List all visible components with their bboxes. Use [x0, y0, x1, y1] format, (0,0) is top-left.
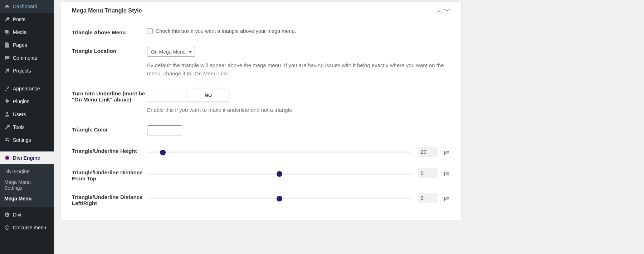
slider-height[interactable]: [147, 151, 411, 153]
row-dist-top: Triangle/Underline Distance From Top px: [72, 168, 450, 181]
input-height-value[interactable]: [418, 147, 438, 157]
sidebar-item-posts[interactable]: Posts: [0, 13, 54, 26]
divi-engine-icon: [4, 154, 11, 161]
sidebar-item-users[interactable]: Users: [0, 108, 54, 121]
sidebar-item-label: Comments: [13, 55, 37, 61]
plug-icon: [4, 98, 11, 105]
settings-panel: Mega Menu Triangle Style ︿ ﹀ Triangle Ab…: [61, 1, 462, 221]
select-value: On Mega Menu: [151, 49, 186, 55]
comment-icon: [4, 54, 11, 61]
gauge-icon: [4, 3, 11, 10]
svg-point-0: [6, 112, 8, 114]
panel-title: Mega Menu Triangle Style: [72, 8, 142, 14]
input-dist-lr-value[interactable]: [418, 193, 438, 203]
panel-header: Mega Menu Triangle Style ︿ ﹀: [72, 2, 450, 19]
label-dist-lr: Triangle/Underline Distance Left/Right: [72, 193, 147, 206]
page-icon: [4, 41, 11, 49]
sidebar-item-label: Divi: [13, 212, 21, 218]
chevron-down-icon[interactable]: ﹀: [444, 8, 450, 14]
sidebar-item-label: Tools: [13, 124, 25, 130]
toggle-underline: YES NO: [147, 89, 229, 101]
chevron-up-icon[interactable]: ︿: [436, 8, 443, 14]
sidebar-item-label: Divi Engine: [13, 155, 40, 161]
slider-thumb[interactable]: [160, 150, 166, 155]
panel-chevron-group: ︿ ﹀: [436, 8, 450, 14]
sidebar-item-tools[interactable]: Tools: [0, 121, 54, 134]
help-triangle-location: By default the triangle will appear abov…: [147, 61, 444, 78]
sidebar-collapse[interactable]: Collapse menu: [0, 221, 54, 234]
help-underline: Enable this if you want to make it under…: [147, 106, 444, 114]
svg-point-2: [6, 156, 9, 159]
select-triangle-location[interactable]: On Mega Menu: [147, 47, 195, 57]
wrench-icon: [4, 124, 11, 131]
unit-dist-lr: px: [444, 195, 450, 201]
sidebar-item-label: Projects: [13, 68, 31, 74]
sidebar-item-divi-engine[interactable]: Divi Engine: [0, 151, 54, 164]
sidebar-item-label: Posts: [13, 16, 25, 22]
sidebar-item-plugins[interactable]: Plugins: [0, 95, 54, 108]
brush-icon: [4, 85, 11, 92]
user-icon: [4, 111, 11, 118]
input-dist-top-value[interactable]: [418, 168, 438, 178]
row-triangle-color: Triangle Color: [72, 125, 450, 135]
toggle-underline-yes[interactable]: YES: [147, 89, 188, 101]
label-triangle-location: Triangle Location: [72, 47, 147, 54]
sidebar-item-dashboard[interactable]: Dashboard: [0, 0, 54, 13]
slider-thumb[interactable]: [277, 171, 282, 177]
sidebar-item-label: Media: [13, 29, 26, 35]
slider-thumb[interactable]: [277, 196, 282, 201]
sidebar-item-label: Users: [13, 111, 26, 117]
main-content: Mega Menu Triangle Style ︿ ﹀ Triangle Ab…: [54, 0, 644, 254]
label-dist-top: Triangle/Underline Distance From Top: [72, 168, 147, 181]
submenu-item-mega-menu-settings[interactable]: Mega Menu Settings: [0, 177, 54, 193]
slider-dist-top[interactable]: [147, 173, 411, 175]
admin-sidebar: Dashboard Posts Media Pages Comments Pro…: [0, 0, 54, 254]
sidebar-item-divi[interactable]: D Divi: [0, 208, 54, 221]
pushpin-icon: [4, 16, 11, 23]
unit-height: px: [444, 149, 450, 155]
label-height: Triangle/Underline Height: [72, 147, 147, 154]
row-dist-lr: Triangle/Underline Distance Left/Right p…: [72, 193, 450, 206]
sidebar-item-label: Settings: [13, 137, 31, 143]
sidebar-item-label: Pages: [13, 42, 27, 48]
sidebar-item-settings[interactable]: Settings: [0, 134, 54, 146]
submenu-item-divi-engine[interactable]: Divi Engine: [0, 166, 54, 177]
sidebar-item-comments[interactable]: Comments: [0, 51, 54, 64]
sidebar-submenu: Divi Engine Mega Menu Settings Mega Menu: [0, 164, 54, 207]
sidebar-item-appearance[interactable]: Appearance: [0, 82, 54, 95]
label-triangle-color: Triangle Color: [72, 125, 147, 133]
row-underline: Turn Into Underline (must be "On Menu Li…: [72, 89, 450, 114]
sliders-icon: [4, 136, 11, 144]
sidebar-item-projects[interactable]: Projects: [0, 64, 54, 77]
sidebar-item-media[interactable]: Media: [0, 26, 54, 39]
checkbox-triangle-above-label: Check this box if you want a triangle ab…: [156, 28, 296, 34]
slider-dist-lr[interactable]: [147, 198, 411, 199]
sidebar-item-label: Dashboard: [13, 4, 38, 9]
toggle-underline-no[interactable]: NO: [188, 89, 229, 101]
submenu-item-mega-menu[interactable]: Mega Menu: [0, 193, 54, 204]
label-triangle-above: Triangle Above Menu: [72, 28, 147, 35]
label-underline: Turn Into Underline (must be "On Menu Li…: [72, 89, 147, 103]
sidebar-item-pages[interactable]: Pages: [0, 39, 54, 51]
row-triangle-location: Triangle Location On Mega Menu By defaul…: [72, 47, 450, 78]
svg-text:D: D: [6, 213, 8, 216]
checkbox-triangle-above[interactable]: [147, 28, 153, 34]
sidebar-item-label: Collapse menu: [13, 225, 46, 230]
unit-dist-top: px: [444, 170, 450, 176]
svg-point-5: [5, 225, 9, 229]
divi-icon: D: [4, 211, 11, 218]
sidebar-item-label: Appearance: [13, 86, 40, 91]
collapse-icon: [4, 224, 11, 231]
sidebar-item-label: Plugins: [13, 99, 29, 104]
row-triangle-above: Triangle Above Menu Check this box if yo…: [72, 28, 450, 35]
color-picker-triangle[interactable]: [147, 125, 182, 135]
pushpin-icon: [4, 67, 11, 74]
media-icon: [4, 29, 11, 36]
row-height: Triangle/Underline Height px: [72, 147, 450, 157]
